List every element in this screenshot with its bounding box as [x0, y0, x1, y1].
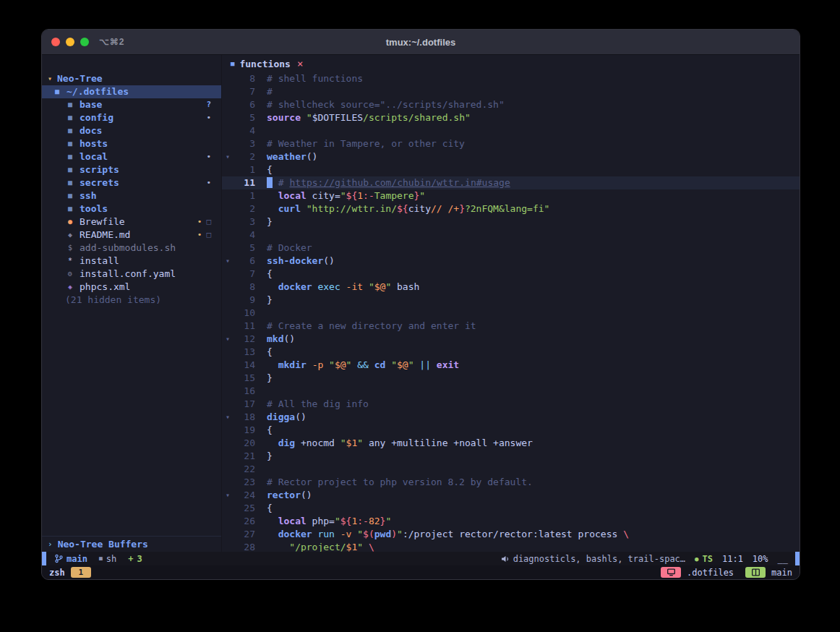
code-line[interactable]: 5# Docker	[222, 242, 800, 255]
cursor-block	[267, 177, 273, 188]
filetype-indicator: ■ sh	[99, 554, 116, 564]
tree-item-label: scripts	[80, 163, 119, 176]
code-line[interactable]: 1 local city="${1:-Tampere}"	[222, 189, 800, 202]
fold-chevron-icon[interactable]: ▾	[222, 255, 233, 268]
tree-item-label: secrets	[80, 176, 119, 189]
close-window-button[interactable]	[51, 38, 60, 46]
code-line[interactable]: 17# All the dig info	[222, 398, 800, 411]
code-token: \	[623, 529, 629, 539]
code-line[interactable]: 10	[222, 307, 800, 320]
scroll-percent: 10%	[753, 554, 768, 564]
neotree-header[interactable]: ▾ Neo-Tree	[42, 72, 221, 85]
code-line[interactable]: ▾18digga()	[222, 411, 800, 424]
code-line[interactable]: 3# Weather in Tampere, or other city	[222, 137, 800, 150]
tree-item-scripts[interactable]: ■scripts	[42, 163, 221, 176]
tree-item-label: tools	[80, 202, 108, 215]
code-line[interactable]: 4	[222, 124, 800, 137]
code-token	[431, 359, 437, 370]
code-line[interactable]: 3}	[222, 215, 800, 229]
code-line[interactable]: ▾12mkd()	[222, 333, 800, 346]
code-line[interactable]: 19{	[222, 424, 800, 437]
code-token: # Weather in Tampere, or other city	[267, 138, 465, 149]
code-line[interactable]: 22	[222, 463, 800, 476]
code-line[interactable]: 11# Create a new directory and enter it	[222, 320, 800, 333]
code-token: "	[385, 516, 391, 526]
code-token: {	[267, 503, 273, 513]
line-number: 6	[233, 98, 255, 111]
tree-item-brewfile[interactable]: ●Brewfile•□	[42, 215, 221, 229]
tree-item-install-conf-yaml[interactable]: ⚙install.conf.yaml	[42, 268, 221, 281]
code-token	[267, 437, 278, 448]
code-line[interactable]: 6# shellcheck source="../scripts/shared.…	[222, 98, 800, 111]
code-line[interactable]: 8# shell functions	[222, 72, 800, 85]
close-tab-icon[interactable]: ×	[297, 58, 303, 69]
code-line[interactable]: 4	[222, 229, 800, 242]
code-token: "http://wttr.in/	[307, 203, 397, 214]
fold-chevron-icon[interactable]: ▾	[222, 411, 233, 424]
code-line[interactable]: 20 dig +nocmd "$1" any +multiline +noall…	[222, 437, 800, 450]
minimize-window-button[interactable]	[66, 38, 74, 46]
zoom-window-button[interactable]	[80, 38, 89, 46]
tab-functions[interactable]: ■ functions ×	[231, 58, 303, 69]
tree-item-phpcs-xml[interactable]: ◈phpcs.xml	[42, 281, 221, 294]
code-line[interactable]: 7#	[222, 85, 800, 98]
code-token: \	[369, 542, 374, 552]
code-line[interactable]: 23# Rector project to php version 8.2 by…	[222, 476, 800, 489]
code-line[interactable]: 2 curl "http://wttr.in/${city// /+}?2nFQ…	[222, 202, 800, 215]
code-area[interactable]: 8# shell functions7#6# shellcheck source…	[222, 72, 800, 552]
code-line[interactable]: 16	[222, 385, 800, 398]
git-status-badge: ?	[206, 98, 211, 111]
code-token	[363, 542, 369, 552]
code-line[interactable]: 26 local php="${1:-82}"	[222, 515, 800, 528]
tree-item-add-submodules-sh[interactable]: $add-submodules.sh	[42, 242, 221, 255]
code-line[interactable]: 27 docker run -v "$(pwd)":/project recto…	[222, 528, 800, 541]
fold-chevron-icon[interactable]: ▾	[222, 333, 233, 346]
tree-item-docs[interactable]: ■docs	[42, 124, 221, 137]
tree-item-local[interactable]: ■local•	[42, 150, 221, 163]
tmux-session-label[interactable]: main	[771, 568, 792, 578]
code-line[interactable]: 8 docker exec -it "$@" bash	[222, 281, 800, 294]
tmux-window-index-badge[interactable]: 1	[71, 567, 91, 578]
tmux-window-name[interactable]: .dotfiles	[687, 568, 734, 578]
code-line[interactable]: ▾6ssh-docker()	[222, 255, 800, 268]
tmux-shell-label[interactable]: zsh	[49, 568, 65, 578]
code-line[interactable]: 25{	[222, 502, 800, 515]
tree-item-secrets[interactable]: ■secrets•	[42, 176, 221, 189]
code-line[interactable]: 11 # https://github.com/chubin/wttr.in#u…	[222, 176, 800, 189]
code-token: 1	[357, 190, 363, 201]
code-line[interactable]: 13{	[222, 346, 800, 359]
code-token: # Create a new directory and enter it	[267, 320, 476, 331]
code-line[interactable]: 21}	[222, 450, 800, 463]
code-line[interactable]: 28 "/project/$1" \	[222, 541, 800, 552]
tree-item-tools[interactable]: ■tools	[42, 202, 221, 215]
titlebar[interactable]: ⌥⌘2 tmux:~/.dotfiles	[42, 30, 800, 55]
tree-item-install[interactable]: *install	[42, 255, 221, 268]
git-status-badge: □	[206, 215, 211, 229]
buffers-title: Neo-Tree Buffers	[58, 538, 148, 551]
line-number: 8	[233, 281, 255, 294]
fold-chevron-icon[interactable]: ▾	[222, 489, 233, 502]
tree-item-hosts[interactable]: ■hosts	[42, 137, 221, 150]
line-number: 9	[233, 294, 255, 307]
code-line[interactable]: 14 mkdir -p "$@" && cd "$@" || exit	[222, 359, 800, 372]
code-token	[340, 281, 346, 292]
tree-item-label: README.md	[80, 229, 130, 242]
code-line[interactable]: ▾2weather()	[222, 150, 800, 163]
tree-item-dotfiles[interactable]: ■~/.dotfiles	[42, 85, 221, 98]
code-token: Tampere	[374, 190, 414, 201]
code-line[interactable]: 9}	[222, 294, 800, 307]
tree-item-ssh[interactable]: ■ssh	[42, 189, 221, 202]
code-token: {	[267, 268, 273, 279]
traffic-lights	[51, 38, 89, 46]
code-line[interactable]: ▾24rector()	[222, 489, 800, 502]
neotree-buffers-section[interactable]: › Neo-Tree Buffers	[42, 536, 221, 552]
tree-item-readme-md[interactable]: ◆README.md•□	[42, 229, 221, 242]
fold-chevron-icon[interactable]: ▾	[222, 150, 233, 163]
code-line[interactable]: 7{	[222, 268, 800, 281]
tree-item-base[interactable]: ■base?	[42, 98, 221, 111]
tree-item-config[interactable]: ■config•	[42, 111, 221, 124]
line-number: 14	[233, 359, 255, 372]
code-line[interactable]: 5source "$DOTFILES/scripts/shared.sh"	[222, 111, 800, 124]
code-line[interactable]: 1{	[222, 163, 800, 176]
code-line[interactable]: 15}	[222, 372, 800, 385]
